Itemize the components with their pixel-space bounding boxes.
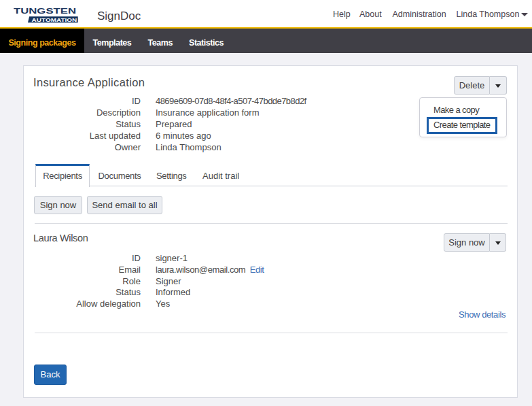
- svg-text:TUNGSTEN: TUNGSTEN: [14, 7, 76, 16]
- svg-text:AUTOMATION: AUTOMATION: [32, 17, 77, 23]
